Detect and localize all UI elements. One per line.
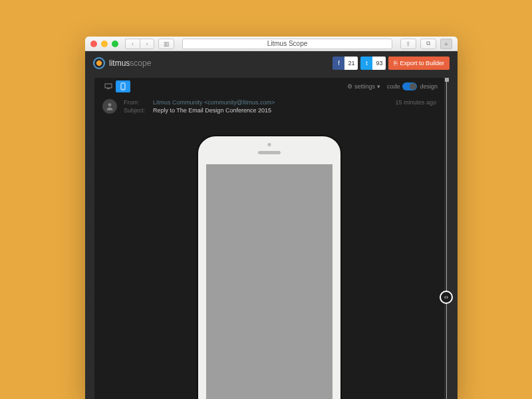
brand[interactable]: litmusscope bbox=[93, 57, 151, 69]
brand-name: litmus bbox=[109, 59, 130, 68]
resize-icon: ‹› bbox=[444, 294, 448, 301]
svg-point-4 bbox=[108, 103, 112, 106]
resize-handle[interactable]: ‹› bbox=[440, 291, 453, 304]
phone-mockup bbox=[197, 135, 342, 399]
brand-text: litmusscope bbox=[109, 59, 151, 68]
meta-rows: From: Litmus Community <community@litmus… bbox=[124, 99, 388, 114]
app-chrome: litmusscope f 21 t 93 ⎘ Export to Builde… bbox=[85, 51, 458, 399]
from-value: Litmus Community <community@litmus.com> bbox=[153, 99, 275, 106]
caret-down-icon: ▾ bbox=[377, 83, 380, 90]
facebook-share-button[interactable]: f 21 bbox=[332, 57, 358, 70]
close-window-button[interactable] bbox=[90, 41, 97, 47]
phone-stage bbox=[94, 131, 444, 399]
forward-button[interactable]: › bbox=[140, 39, 154, 49]
code-design-toggle[interactable]: code design bbox=[387, 82, 438, 90]
svg-point-3 bbox=[122, 88, 123, 89]
resize-rail-cap bbox=[445, 78, 449, 82]
browser-window: ‹ › ▥ Litmus Scope ⇪ ⧉ + litmusscope f 2… bbox=[85, 37, 458, 399]
avatar bbox=[102, 99, 117, 114]
user-icon bbox=[105, 102, 114, 111]
phone-screen bbox=[206, 164, 332, 399]
header-right: f 21 t 93 ⎘ Export to Builder bbox=[332, 57, 450, 70]
export-to-builder-button[interactable]: ⎘ Export to Builder bbox=[388, 57, 450, 70]
viewer-toolbar: ⚙ settings ▾ code design bbox=[94, 78, 444, 95]
toolbar-right: ⚙ settings ▾ code design bbox=[347, 82, 438, 90]
code-label: code bbox=[387, 83, 400, 90]
svg-rect-1 bbox=[107, 88, 110, 89]
resize-rail bbox=[446, 78, 447, 399]
preview-viewer: ⚙ settings ▾ code design bbox=[94, 78, 444, 399]
desktop-tab[interactable] bbox=[101, 80, 116, 92]
sidebar-toggle-button[interactable]: ▥ bbox=[158, 39, 174, 49]
facebook-count: 21 bbox=[344, 57, 358, 70]
desktop-icon bbox=[104, 83, 112, 90]
subject-row: Subject: Reply to The Email Design Confe… bbox=[124, 107, 388, 114]
timestamp: 15 minutes ago bbox=[395, 99, 436, 106]
settings-label: settings bbox=[354, 83, 375, 90]
toggle-switch[interactable] bbox=[402, 82, 417, 90]
export-label: Export to Builder bbox=[400, 60, 444, 66]
back-button[interactable]: ‹ bbox=[125, 39, 140, 49]
browser-titlebar: ‹ › ▥ Litmus Scope ⇪ ⧉ + bbox=[85, 37, 458, 51]
mobile-icon bbox=[120, 82, 126, 90]
maximize-window-button[interactable] bbox=[112, 41, 118, 47]
twitter-count: 93 bbox=[372, 57, 386, 70]
gear-icon: ⚙ bbox=[347, 83, 352, 90]
app-header: litmusscope f 21 t 93 ⎘ Export to Builde… bbox=[85, 51, 458, 75]
brand-icon bbox=[93, 57, 105, 69]
email-meta: From: Litmus Community <community@litmus… bbox=[94, 95, 444, 118]
twitter-icon: t bbox=[360, 57, 372, 70]
minimize-window-button[interactable] bbox=[101, 41, 108, 47]
mobile-tab[interactable] bbox=[116, 80, 130, 92]
tabs-button[interactable]: ⧉ bbox=[420, 39, 436, 49]
from-label: From: bbox=[124, 99, 148, 106]
address-bar[interactable]: Litmus Scope bbox=[182, 39, 392, 49]
brand-suffix: scope bbox=[130, 59, 151, 68]
share-button[interactable]: ⇪ bbox=[400, 39, 416, 49]
nav-back-forward: ‹ › bbox=[125, 39, 154, 49]
from-row: From: Litmus Community <community@litmus… bbox=[124, 99, 388, 106]
subject-value: Reply to The Email Design Conference 201… bbox=[153, 107, 271, 114]
window-controls bbox=[90, 41, 118, 47]
phone-speaker bbox=[258, 151, 281, 154]
subject-label: Subject: bbox=[124, 107, 148, 114]
settings-dropdown[interactable]: ⚙ settings ▾ bbox=[347, 83, 380, 90]
device-tabs bbox=[101, 80, 130, 92]
export-icon: ⎘ bbox=[394, 60, 397, 66]
new-tab-button[interactable]: + bbox=[440, 39, 452, 49]
facebook-icon: f bbox=[332, 57, 344, 70]
twitter-share-button[interactable]: t 93 bbox=[360, 57, 386, 70]
design-label: design bbox=[420, 83, 438, 90]
svg-rect-0 bbox=[105, 84, 112, 88]
